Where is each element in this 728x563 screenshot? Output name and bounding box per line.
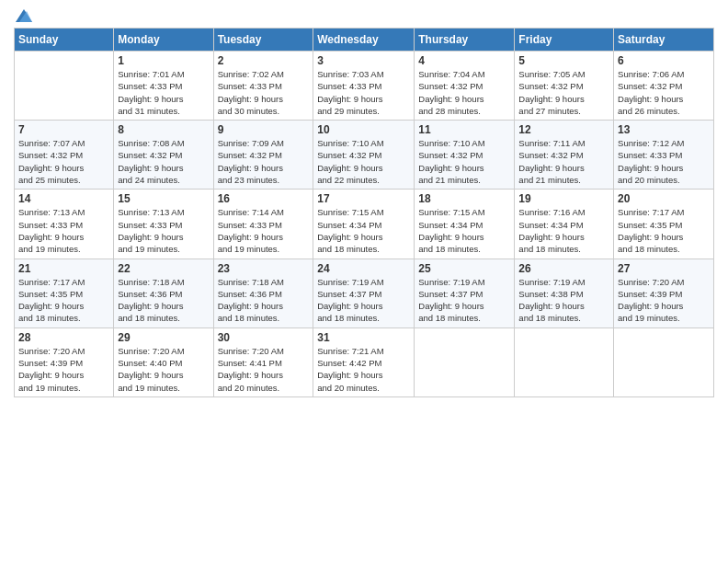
calendar-cell: 14Sunrise: 7:13 AMSunset: 4:33 PMDayligh… — [15, 190, 114, 259]
day-number: 4 — [418, 54, 510, 67]
calendar-cell: 23Sunrise: 7:18 AMSunset: 4:36 PMDayligh… — [213, 259, 313, 327]
day-number: 22 — [118, 262, 209, 275]
day-info: Sunrise: 7:04 AMSunset: 4:32 PMDaylight:… — [418, 68, 510, 117]
calendar-cell: 7Sunrise: 7:07 AMSunset: 4:32 PMDaylight… — [15, 121, 114, 190]
day-number: 5 — [518, 54, 609, 67]
calendar-cell: 3Sunrise: 7:03 AMSunset: 4:33 PMDaylight… — [313, 52, 415, 121]
day-number: 18 — [418, 192, 510, 205]
calendar-cell: 18Sunrise: 7:15 AMSunset: 4:34 PMDayligh… — [415, 190, 515, 259]
day-info: Sunrise: 7:20 AMSunset: 4:39 PMDaylight:… — [18, 345, 109, 394]
day-info: Sunrise: 7:07 AMSunset: 4:32 PMDaylight:… — [18, 137, 109, 186]
calendar-cell: 19Sunrise: 7:16 AMSunset: 4:34 PMDayligh… — [515, 190, 614, 259]
day-number: 27 — [618, 262, 710, 275]
day-number: 31 — [317, 331, 410, 344]
day-info: Sunrise: 7:01 AMSunset: 4:33 PMDaylight:… — [118, 68, 209, 117]
calendar-cell: 10Sunrise: 7:10 AMSunset: 4:32 PMDayligh… — [313, 121, 415, 190]
day-info: Sunrise: 7:13 AMSunset: 4:33 PMDaylight:… — [118, 206, 209, 255]
day-number: 15 — [118, 192, 209, 205]
day-number: 6 — [618, 54, 710, 67]
calendar-header-saturday: Saturday — [614, 29, 714, 52]
day-info: Sunrise: 7:10 AMSunset: 4:32 PMDaylight:… — [418, 137, 510, 186]
calendar-cell — [515, 327, 614, 396]
calendar-cell: 28Sunrise: 7:20 AMSunset: 4:39 PMDayligh… — [15, 327, 114, 396]
calendar-cell: 9Sunrise: 7:09 AMSunset: 4:32 PMDaylight… — [213, 121, 313, 190]
day-info: Sunrise: 7:13 AMSunset: 4:33 PMDaylight:… — [18, 206, 109, 255]
day-number: 14 — [18, 192, 109, 205]
day-info: Sunrise: 7:19 AMSunset: 4:37 PMDaylight:… — [317, 276, 410, 325]
calendar-header-row: SundayMondayTuesdayWednesdayThursdayFrid… — [15, 29, 714, 52]
calendar-cell: 12Sunrise: 7:11 AMSunset: 4:32 PMDayligh… — [515, 121, 614, 190]
day-info: Sunrise: 7:17 AMSunset: 4:35 PMDaylight:… — [618, 206, 710, 255]
calendar-cell: 2Sunrise: 7:02 AMSunset: 4:33 PMDaylight… — [213, 52, 313, 121]
day-info: Sunrise: 7:12 AMSunset: 4:33 PMDaylight:… — [618, 137, 710, 186]
calendar-cell: 30Sunrise: 7:20 AMSunset: 4:41 PMDayligh… — [213, 327, 313, 396]
day-info: Sunrise: 7:20 AMSunset: 4:39 PMDaylight:… — [618, 276, 710, 325]
day-info: Sunrise: 7:02 AMSunset: 4:33 PMDaylight:… — [218, 68, 310, 117]
calendar-table: SundayMondayTuesdayWednesdayThursdayFrid… — [14, 28, 714, 397]
day-number: 16 — [218, 192, 310, 205]
day-number: 26 — [518, 262, 609, 275]
calendar-cell: 20Sunrise: 7:17 AMSunset: 4:35 PMDayligh… — [614, 190, 714, 259]
calendar-cell: 29Sunrise: 7:20 AMSunset: 4:40 PMDayligh… — [114, 327, 213, 396]
calendar-cell: 8Sunrise: 7:08 AMSunset: 4:32 PMDaylight… — [114, 121, 213, 190]
day-number: 12 — [518, 123, 609, 136]
day-info: Sunrise: 7:09 AMSunset: 4:32 PMDaylight:… — [218, 137, 310, 186]
day-info: Sunrise: 7:06 AMSunset: 4:32 PMDaylight:… — [618, 68, 710, 117]
main-container: SundayMondayTuesdayWednesdayThursdayFrid… — [0, 0, 728, 407]
calendar-week-row: 28Sunrise: 7:20 AMSunset: 4:39 PMDayligh… — [15, 327, 714, 396]
calendar-cell: 24Sunrise: 7:19 AMSunset: 4:37 PMDayligh… — [313, 259, 415, 327]
calendar-cell: 13Sunrise: 7:12 AMSunset: 4:33 PMDayligh… — [614, 121, 714, 190]
day-number: 19 — [518, 192, 609, 205]
calendar-cell: 6Sunrise: 7:06 AMSunset: 4:32 PMDaylight… — [614, 52, 714, 121]
day-info: Sunrise: 7:20 AMSunset: 4:40 PMDaylight:… — [118, 345, 209, 394]
calendar-cell: 1Sunrise: 7:01 AMSunset: 4:33 PMDaylight… — [114, 52, 213, 121]
calendar-week-row: 21Sunrise: 7:17 AMSunset: 4:35 PMDayligh… — [15, 259, 714, 327]
day-number: 30 — [218, 331, 310, 344]
calendar-header-wednesday: Wednesday — [313, 29, 415, 52]
day-number: 28 — [18, 331, 109, 344]
calendar-week-row: 7Sunrise: 7:07 AMSunset: 4:32 PMDaylight… — [15, 121, 714, 190]
day-info: Sunrise: 7:15 AMSunset: 4:34 PMDaylight:… — [418, 206, 510, 255]
calendar-cell: 21Sunrise: 7:17 AMSunset: 4:35 PMDayligh… — [15, 259, 114, 327]
day-number: 11 — [418, 123, 510, 136]
calendar-week-row: 1Sunrise: 7:01 AMSunset: 4:33 PMDaylight… — [15, 52, 714, 121]
calendar-header-thursday: Thursday — [415, 29, 515, 52]
day-info: Sunrise: 7:08 AMSunset: 4:32 PMDaylight:… — [118, 137, 209, 186]
day-info: Sunrise: 7:03 AMSunset: 4:33 PMDaylight:… — [317, 68, 410, 117]
day-info: Sunrise: 7:18 AMSunset: 4:36 PMDaylight:… — [218, 276, 310, 325]
day-info: Sunrise: 7:21 AMSunset: 4:42 PMDaylight:… — [317, 345, 410, 394]
day-number: 29 — [118, 331, 209, 344]
calendar-cell: 22Sunrise: 7:18 AMSunset: 4:36 PMDayligh… — [114, 259, 213, 327]
day-number: 25 — [418, 262, 510, 275]
calendar-cell: 15Sunrise: 7:13 AMSunset: 4:33 PMDayligh… — [114, 190, 213, 259]
calendar-cell — [614, 327, 714, 396]
day-number: 8 — [118, 123, 209, 136]
header — [14, 9, 714, 22]
calendar-cell: 26Sunrise: 7:19 AMSunset: 4:38 PMDayligh… — [515, 259, 614, 327]
calendar-cell: 31Sunrise: 7:21 AMSunset: 4:42 PMDayligh… — [313, 327, 415, 396]
calendar-cell: 4Sunrise: 7:04 AMSunset: 4:32 PMDaylight… — [415, 52, 515, 121]
calendar-cell — [15, 52, 114, 121]
day-info: Sunrise: 7:19 AMSunset: 4:38 PMDaylight:… — [518, 276, 609, 325]
calendar-cell: 5Sunrise: 7:05 AMSunset: 4:32 PMDaylight… — [515, 52, 614, 121]
logo — [14, 9, 32, 22]
day-number: 10 — [317, 123, 410, 136]
calendar-header-monday: Monday — [114, 29, 213, 52]
calendar-cell: 25Sunrise: 7:19 AMSunset: 4:37 PMDayligh… — [415, 259, 515, 327]
logo-icon — [16, 9, 32, 22]
day-number: 9 — [218, 123, 310, 136]
day-number: 2 — [218, 54, 310, 67]
day-number: 13 — [618, 123, 710, 136]
day-number: 17 — [317, 192, 410, 205]
day-info: Sunrise: 7:20 AMSunset: 4:41 PMDaylight:… — [218, 345, 310, 394]
day-info: Sunrise: 7:17 AMSunset: 4:35 PMDaylight:… — [18, 276, 109, 325]
calendar-cell — [415, 327, 515, 396]
day-number: 21 — [18, 262, 109, 275]
day-info: Sunrise: 7:18 AMSunset: 4:36 PMDaylight:… — [118, 276, 209, 325]
day-number: 20 — [618, 192, 710, 205]
day-info: Sunrise: 7:15 AMSunset: 4:34 PMDaylight:… — [317, 206, 410, 255]
day-number: 24 — [317, 262, 410, 275]
day-number: 23 — [218, 262, 310, 275]
day-info: Sunrise: 7:14 AMSunset: 4:33 PMDaylight:… — [218, 206, 310, 255]
day-number: 7 — [18, 123, 109, 136]
